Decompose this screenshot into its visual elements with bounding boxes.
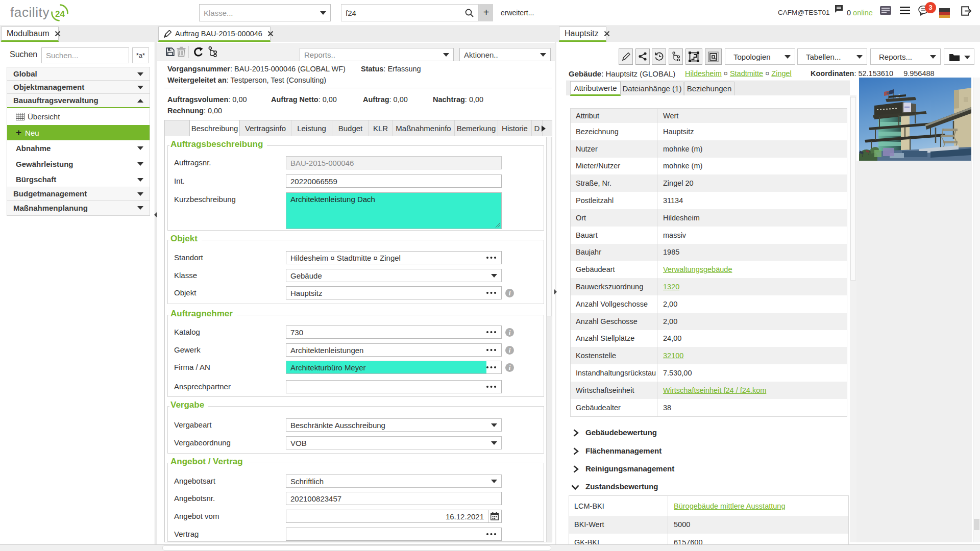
svg-text:24: 24: [55, 9, 65, 19]
svg-text:facility: facility: [10, 5, 50, 20]
